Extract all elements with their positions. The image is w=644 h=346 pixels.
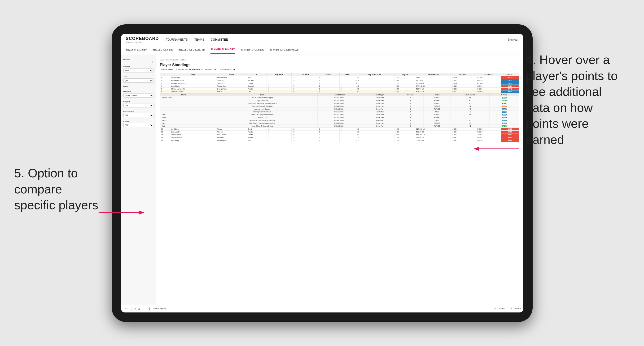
slider-container[interactable]: 4 52 [124, 61, 154, 63]
niche-label: Niche [124, 85, 154, 88]
points-cell[interactable]: 70.0 [501, 82, 519, 85]
sign-out-link[interactable]: Sign out [508, 38, 518, 41]
yr-cell: Fourth [247, 136, 267, 139]
points-cell[interactable]: 80.27 [501, 130, 519, 133]
slider-max: 52 [152, 61, 154, 63]
yr-cell: Fourth [247, 133, 267, 136]
inner-table-row: Tiger SEC Stroke Play hosted by Jerry Pa… [160, 122, 519, 125]
nav-tournaments[interactable]: TOURNAMENTS [166, 37, 188, 42]
sidebar-no-rds: No Rds. 4 52 [124, 58, 154, 63]
gender-select[interactable]: Men [124, 68, 154, 73]
points-cell[interactable]: 80.49 [501, 139, 519, 142]
conf-rank-cell: 21 [292, 87, 318, 90]
adj-score-cell: -1.2 [355, 136, 394, 139]
tab-player-summary[interactable]: PLAYER SUMMARY [210, 47, 235, 54]
points-cell[interactable]: 80.02 [501, 133, 519, 136]
tab-player-h2h-heatmap[interactable]: PLAYER H2H HEATMAP [270, 48, 299, 53]
undo-icon[interactable]: ↩ [124, 307, 126, 310]
no-rds-cell: 0 [318, 136, 340, 139]
region-select[interactable]: N/A [124, 103, 154, 107]
rank-cell: 6 [160, 90, 170, 93]
inner-event: Southern Highlands Collegiate [207, 105, 318, 107]
year-select[interactable]: (All) [124, 78, 154, 83]
conf-rank-cell: 18 [292, 79, 318, 82]
inner-rank-impact: +1 [451, 113, 489, 116]
inner-event: Fallen Oak Collegiate Invitational [207, 113, 318, 116]
col-avg-sg: Avg SG [394, 73, 415, 76]
reset-icon[interactable]: ⟳ [134, 307, 136, 310]
points-cell[interactable]: 76.3 [501, 79, 519, 82]
toolbar-view[interactable]: View: Original [153, 308, 166, 310]
clock-icon[interactable]: ⏱ [148, 307, 151, 310]
col-rank: # [160, 73, 170, 76]
avg-sg-cell: 1.98 [394, 85, 415, 87]
arrow-5-svg [99, 208, 147, 217]
reg-rank-cell: 10 [266, 128, 291, 130]
inner-points: 30.47 [489, 116, 519, 119]
player-select[interactable]: (All) [124, 123, 154, 127]
sidebar-niche: Niche [124, 85, 154, 88]
slider-min: 4 [124, 61, 124, 63]
adj-score-cell: -3.2 [355, 76, 394, 79]
inner-player: Luke I [160, 119, 207, 122]
inner-player: Alex C [160, 113, 207, 116]
rank-cell: 23 [160, 130, 170, 133]
nav-teams[interactable]: TEAMS [194, 37, 204, 42]
player-cell: Christo Lamprecht [170, 87, 216, 90]
inner-division: NCAA Division I [318, 96, 362, 99]
points-cell[interactable]: 80.54 [501, 85, 519, 87]
conference-value: All [233, 68, 236, 71]
share-label[interactable]: Share [515, 308, 520, 310]
toolbar-sep-3 [508, 307, 508, 311]
inner-player: Jackson Koivun [160, 96, 207, 99]
vs50-cell: 35-16-4 [476, 79, 501, 82]
inner-status: NULL [424, 110, 451, 113]
conf-rank-cell: 21 [292, 82, 318, 85]
nav-committee[interactable]: COMMITTEE [211, 37, 228, 42]
conference-select[interactable]: (All) [124, 113, 154, 117]
school-cell: Ole Miss [216, 79, 247, 82]
inner-rounds: 3 [397, 107, 424, 110]
slider-track[interactable] [125, 62, 150, 62]
inner-status: PLAYED [424, 125, 451, 127]
avg-sg-cell: 1.56 [394, 139, 415, 142]
inner-division: NCAA Division I [318, 110, 362, 113]
points-cell[interactable]: 80.68 [501, 128, 519, 130]
conf-rank-cell: 24 [292, 130, 318, 133]
vs25-cell: 10-11-1 [450, 133, 476, 136]
no-rds-cell: 8 [318, 82, 340, 85]
conf-rank-cell: 27 [292, 85, 318, 87]
inner-col-player: Player [160, 93, 207, 96]
tab-team-summary[interactable]: TEAM SUMMARY [126, 48, 147, 53]
overall-cell: 440-26-6 [415, 79, 450, 82]
overall-cell: 616-168-12 [415, 133, 450, 136]
redo-icon[interactable]: ↪ [128, 307, 130, 310]
table-row: 24 Bastien Amat New Mexico Fourth 1 27 2… [160, 133, 519, 136]
tab-team-h2h-grid[interactable]: TEAM H2H GRID [152, 48, 173, 53]
more-icon[interactable]: ⋯ [142, 307, 144, 310]
rank-cell: 3 [160, 82, 170, 85]
inner-division: NCAA Division I [318, 116, 362, 119]
filter-region: Region: All [205, 68, 216, 71]
inner-type: Stroke Play [362, 116, 397, 119]
vs25-cell: 14-20-1 [450, 130, 476, 133]
inner-rounds: 3 [397, 122, 424, 125]
table-header-row: # Player School Yr Reg Rank Conf Rank No… [160, 73, 519, 76]
table-row-highlighted: 6 Jackson Koivun Auburn First 2 27 1 1 -… [160, 90, 519, 93]
tab-player-h2h-grid[interactable]: PLAYER H2H GRID [240, 48, 264, 53]
tab-team-h2h-heatmap[interactable]: TEAM H2H HEATMAP [178, 48, 205, 53]
points-cell[interactable]: 80.95 [501, 136, 519, 139]
table-row: 23 Jack Lundin Missouri Fourth 11 24 0 1… [160, 130, 519, 133]
points-cell[interactable]: 80.49 [501, 87, 519, 90]
division-select[interactable]: NCAA Division I [124, 93, 154, 98]
inner-col-rounds: Rounds [397, 93, 424, 96]
copy-icon[interactable]: ⊡ [138, 307, 140, 310]
avg-sg-cell: 2.87 [394, 82, 415, 85]
no-rds-cell: 0 [318, 79, 340, 82]
points-cell[interactable]: 68.18 [501, 90, 519, 93]
no-rds-cell: 2 [318, 87, 340, 90]
inner-col-rank-impact: Rank Impact [451, 93, 489, 96]
points-cell[interactable]: 80.2 [501, 76, 519, 79]
vs50-cell: 61-20-3 [476, 87, 501, 90]
watch-label[interactable]: Watch [499, 308, 505, 310]
